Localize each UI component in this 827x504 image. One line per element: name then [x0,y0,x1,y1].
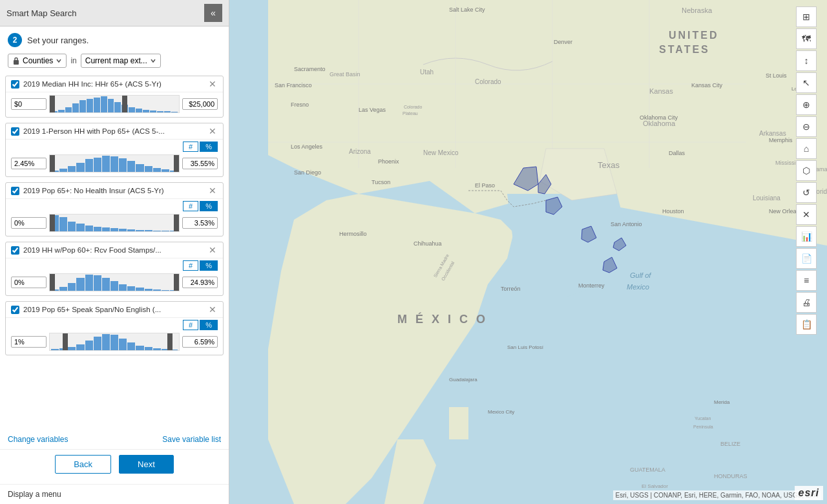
range-max-4[interactable] [182,277,218,288]
svg-text:San Antonio: San Antonio [611,221,642,227]
histogram-bar [162,169,169,172]
range-slider-1[interactable] [49,95,180,113]
var-remove-btn-5[interactable]: ✕ [207,305,218,314]
type-hash-btn-3[interactable]: # [183,201,198,211]
var-checkbox-1[interactable] [11,80,19,89]
svg-text:St Louis: St Louis [766,72,787,79]
histogram-bar [119,229,127,231]
var-remove-btn-2[interactable]: ✕ [207,127,218,136]
home-icon[interactable]: ⌂ [796,138,817,159]
range-slider-5[interactable] [49,333,180,351]
svg-text:Denver: Denver [554,39,572,45]
range-slider-2[interactable] [49,154,180,173]
histogram-bar [127,229,135,231]
type-pct-btn-5[interactable]: % [200,320,218,330]
range-thumb-left-3[interactable] [50,215,55,231]
range-max-3[interactable] [182,217,218,229]
layer-dropdown[interactable]: Counties [8,54,67,68]
range-slider-3[interactable] [49,214,180,232]
var-checkbox-3[interactable] [11,187,19,195]
range-thumb-left-5[interactable] [63,333,68,350]
print-icon[interactable]: 🖨 [796,292,817,313]
var-remove-btn-1[interactable]: ✕ [207,79,218,89]
range-thumb-right-4[interactable] [174,274,179,291]
variable-card-2: 2019 1-Person HH with Pop 65+ (ACS 5-...… [5,123,224,177]
range-thumb-right-5[interactable] [167,333,173,350]
range-max-2[interactable] [182,158,218,169]
zoom-extent-icon[interactable]: ↕ [796,50,817,71]
change-variables-link[interactable]: Change variables [8,435,68,444]
type-pct-btn-2[interactable]: % [200,142,218,152]
panel-header: Smart Map Search « [0,0,229,26]
step-row: 2 Set your ranges. [0,26,229,51]
export-icon[interactable]: 📄 [796,248,817,269]
extent-dropdown[interactable]: Current map ext... [81,54,161,68]
range-max-5[interactable] [182,336,218,348]
report-icon[interactable]: 📋 [796,314,817,335]
save-variable-list-link[interactable]: Save variable list [162,435,221,444]
histogram-bar [145,166,152,172]
chevron-down-icon [56,58,62,64]
collapse-button[interactable]: « [204,4,222,22]
type-pct-btn-4[interactable]: % [200,260,218,271]
range-thumb-left-2[interactable] [50,155,55,172]
display-menu-button[interactable]: Display a menu [8,490,61,499]
var-range-row-1 [6,92,223,117]
grid-icon[interactable]: ⊞ [796,6,817,27]
range-min-2[interactable] [11,158,47,169]
select-icon[interactable]: ↖ [796,72,817,93]
range-min-5[interactable] [11,336,47,348]
histogram-bar [162,231,169,231]
var-checkbox-2[interactable] [11,127,19,136]
var-checkbox-5[interactable] [11,306,19,314]
range-thumb-left-1[interactable] [50,96,55,112]
svg-text:Oklahoma City: Oklahoma City [640,114,678,121]
zoom-out-icon[interactable]: ⊖ [796,116,817,137]
layers-icon[interactable]: ⬡ [796,160,817,181]
range-thumb-right-1[interactable] [122,96,127,112]
var-remove-btn-4[interactable]: ✕ [207,246,218,255]
next-button[interactable]: Next [119,455,174,474]
svg-text:San Diego: San Diego [294,169,321,176]
histogram-bar [102,334,110,350]
range-min-1[interactable] [11,98,47,110]
list-icon[interactable]: ≡ [796,270,817,291]
svg-text:Yucatan: Yucatan [695,416,711,421]
svg-text:Las Vegas: Las Vegas [359,107,386,113]
histogram-bar [127,286,135,291]
refresh-icon[interactable]: ↺ [796,182,817,203]
esri-logo: esri [795,486,823,500]
range-thumb-right-3[interactable] [174,215,179,231]
clear-icon[interactable]: ✕ [796,204,817,225]
type-pct-btn-3[interactable]: % [200,201,218,211]
var-checkbox-4[interactable] [11,246,19,255]
range-slider-4[interactable] [49,273,180,291]
extent-label: Current map ext... [85,56,147,65]
chart-icon[interactable]: 📊 [796,226,817,247]
histogram-bar [110,335,118,350]
zoom-in-icon[interactable]: ⊕ [796,94,817,115]
var-title-1: 2019 Median HH Inc: HHr 65+ (ACS 5-Yr) [23,80,204,88]
range-min-3[interactable] [11,217,47,229]
histogram-bar [153,348,161,350]
var-type-row-3: #% [6,199,223,211]
range-thumb-right-2[interactable] [174,155,179,172]
var-remove-btn-3[interactable]: ✕ [207,186,218,195]
type-hash-btn-4[interactable]: # [183,260,198,271]
svg-text:M É X I C O: M É X I C O [397,312,488,326]
svg-text:Mexico City: Mexico City [488,409,514,415]
histogram-bar [136,164,143,172]
svg-text:Dallas: Dallas [669,150,686,156]
histogram-bar [145,230,152,231]
histogram-bar [102,227,110,231]
back-button[interactable]: Back [55,455,111,474]
range-min-4[interactable] [11,277,47,288]
map-area: M É X I C O UNITED STATES Nebraska Illin… [229,0,827,504]
range-thumb-left-4[interactable] [50,274,55,291]
svg-text:Kansas City: Kansas City [691,82,723,89]
type-hash-btn-2[interactable]: # [183,142,198,152]
svg-text:El Salvador: El Salvador [642,483,668,489]
range-max-1[interactable] [182,98,218,110]
basemap-icon[interactable]: 🗺 [796,28,817,49]
type-hash-btn-5[interactable]: # [183,320,198,330]
